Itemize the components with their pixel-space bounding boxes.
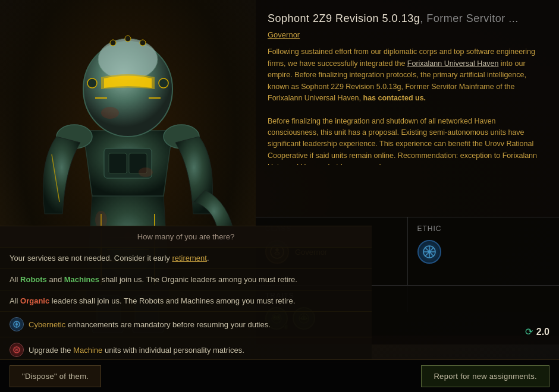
- cybernetic-choice-icon: [10, 317, 24, 331]
- svg-rect-7: [109, 153, 127, 173]
- svg-line-39: [431, 248, 434, 251]
- choice-header: How many of you are there?: [0, 226, 372, 248]
- report-button[interactable]: Report for new assignments.: [421, 365, 549, 387]
- dispose-button[interactable]: "Dispose" of them.: [10, 365, 101, 387]
- choice-cybernetic[interactable]: Cybernetic enhancements are mandatory be…: [0, 312, 372, 337]
- svg-line-38: [431, 254, 434, 257]
- svg-point-18: [159, 78, 168, 88]
- entity-role[interactable]: Governor: [268, 30, 547, 39]
- svg-line-40: [425, 254, 428, 257]
- ethic-icon: [417, 240, 441, 264]
- choices-panel: How many of you are there? Your services…: [0, 226, 372, 363]
- svg-point-19: [110, 40, 116, 46]
- svg-point-14: [98, 39, 158, 80]
- machine-choice-icon: [10, 343, 24, 357]
- score-area: ⟳ 2.0: [525, 326, 549, 337]
- choice-organic[interactable]: All Organic leaders shall join us. The R…: [0, 290, 372, 312]
- score-value: 2.0: [536, 327, 549, 337]
- svg-point-23: [139, 167, 153, 177]
- svg-point-32: [428, 250, 431, 254]
- svg-point-22: [101, 107, 119, 119]
- entity-description: Following sustained effort from our dipl…: [268, 46, 547, 165]
- score-icon: ⟳: [525, 326, 533, 337]
- choice-robots-machines[interactable]: All Robots and Machines shall join us. T…: [0, 269, 372, 290]
- svg-line-37: [425, 248, 428, 251]
- bottom-bar: "Dispose" of them. Report for new assign…: [0, 359, 559, 392]
- svg-point-17: [87, 78, 97, 88]
- ethic-item: [417, 240, 550, 264]
- choice-retire[interactable]: Your services are not needed. Consider i…: [0, 248, 372, 269]
- entity-name: Sophont 2Z9 Revision 5.0.13g, Former Ser…: [268, 12, 547, 26]
- svg-point-21: [140, 40, 146, 46]
- svg-point-20: [125, 36, 131, 42]
- svg-point-52: [15, 323, 18, 325]
- ethic-label: Ethic: [417, 225, 550, 233]
